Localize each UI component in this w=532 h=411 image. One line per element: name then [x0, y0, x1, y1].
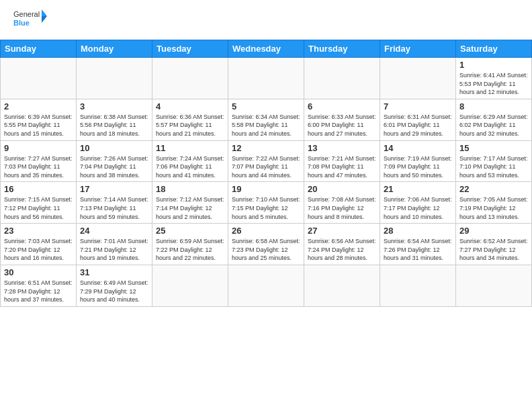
day-info: Sunrise: 6:39 AM Sunset: 5:55 PM Dayligh…	[4, 113, 73, 138]
day-cell: 16Sunrise: 7:15 AM Sunset: 7:12 PM Dayli…	[1, 182, 77, 224]
svg-text:Blue: Blue	[13, 19, 30, 27]
svg-marker-3	[42, 16, 47, 23]
day-info: Sunrise: 6:49 AM Sunset: 7:29 PM Dayligh…	[80, 279, 148, 304]
day-number: 20	[308, 184, 376, 194]
day-number: 3	[80, 101, 148, 111]
day-cell	[228, 265, 304, 306]
day-info: Sunrise: 7:10 AM Sunset: 7:15 PM Dayligh…	[232, 195, 300, 221]
day-info: Sunrise: 6:33 AM Sunset: 6:00 PM Dayligh…	[308, 113, 376, 138]
day-info: Sunrise: 7:26 AM Sunset: 7:04 PM Dayligh…	[80, 154, 148, 180]
week-row-4: 23Sunrise: 7:03 AM Sunset: 7:20 PM Dayli…	[1, 224, 532, 265]
day-number: 9	[4, 143, 73, 153]
day-info: Sunrise: 7:27 AM Sunset: 7:03 PM Dayligh…	[4, 154, 73, 180]
day-info: Sunrise: 7:19 AM Sunset: 7:09 PM Dayligh…	[384, 154, 452, 180]
day-cell: 5Sunrise: 6:34 AM Sunset: 5:58 PM Daylig…	[228, 99, 304, 140]
day-cell: 27Sunrise: 6:56 AM Sunset: 7:24 PM Dayli…	[304, 224, 380, 265]
day-number: 12	[232, 143, 300, 153]
day-number: 15	[459, 143, 528, 153]
day-cell: 12Sunrise: 7:22 AM Sunset: 7:07 PM Dayli…	[228, 140, 304, 182]
weekday-thursday: Thursday	[304, 40, 380, 58]
day-cell: 31Sunrise: 6:49 AM Sunset: 7:29 PM Dayli…	[77, 265, 152, 306]
day-cell: 10Sunrise: 7:26 AM Sunset: 7:04 PM Dayli…	[77, 140, 152, 182]
day-info: Sunrise: 7:01 AM Sunset: 7:21 PM Dayligh…	[80, 237, 148, 263]
day-number: 25	[156, 226, 224, 236]
day-cell	[304, 265, 380, 306]
day-info: Sunrise: 6:56 AM Sunset: 7:24 PM Dayligh…	[308, 237, 376, 263]
day-cell: 23Sunrise: 7:03 AM Sunset: 7:20 PM Dayli…	[1, 224, 77, 265]
day-number: 10	[80, 143, 148, 153]
day-info: Sunrise: 6:59 AM Sunset: 7:22 PM Dayligh…	[156, 237, 224, 263]
day-number: 13	[308, 143, 376, 153]
day-cell: 18Sunrise: 7:12 AM Sunset: 7:14 PM Dayli…	[152, 182, 228, 224]
logo: General Blue	[13, 7, 47, 34]
day-cell: 24Sunrise: 7:01 AM Sunset: 7:21 PM Dayli…	[77, 224, 152, 265]
day-cell: 14Sunrise: 7:19 AM Sunset: 7:09 PM Dayli…	[380, 140, 456, 182]
day-info: Sunrise: 6:41 AM Sunset: 5:53 PM Dayligh…	[459, 71, 528, 97]
week-row-1: 2Sunrise: 6:39 AM Sunset: 5:55 PM Daylig…	[1, 99, 532, 140]
day-cell: 15Sunrise: 7:17 AM Sunset: 7:10 PM Dayli…	[456, 140, 532, 182]
day-number: 8	[459, 101, 528, 111]
day-info: Sunrise: 7:08 AM Sunset: 7:16 PM Dayligh…	[308, 195, 376, 221]
day-info: Sunrise: 6:36 AM Sunset: 5:57 PM Dayligh…	[156, 113, 224, 138]
day-cell: 29Sunrise: 6:52 AM Sunset: 7:27 PM Dayli…	[456, 224, 532, 265]
day-number: 24	[80, 226, 148, 236]
day-number: 16	[4, 184, 73, 194]
calendar: SundayMondayTuesdayWednesdayThursdayFrid…	[0, 40, 532, 307]
day-cell: 20Sunrise: 7:08 AM Sunset: 7:16 PM Dayli…	[304, 182, 380, 224]
day-info: Sunrise: 6:31 AM Sunset: 6:01 PM Dayligh…	[384, 113, 452, 138]
day-cell	[304, 58, 380, 99]
day-info: Sunrise: 7:14 AM Sunset: 7:13 PM Dayligh…	[80, 195, 148, 221]
week-row-2: 9Sunrise: 7:27 AM Sunset: 7:03 PM Daylig…	[1, 140, 532, 182]
day-number: 29	[459, 226, 528, 236]
day-cell	[228, 58, 304, 99]
day-cell: 28Sunrise: 6:54 AM Sunset: 7:26 PM Dayli…	[380, 224, 456, 265]
day-info: Sunrise: 6:54 AM Sunset: 7:26 PM Dayligh…	[384, 237, 452, 263]
weekday-sunday: Sunday	[1, 40, 77, 58]
day-cell: 17Sunrise: 7:14 AM Sunset: 7:13 PM Dayli…	[77, 182, 152, 224]
day-cell: 6Sunrise: 6:33 AM Sunset: 6:00 PM Daylig…	[304, 99, 380, 140]
day-cell: 25Sunrise: 6:59 AM Sunset: 7:22 PM Dayli…	[152, 224, 228, 265]
day-cell	[1, 58, 77, 99]
day-cell: 30Sunrise: 6:51 AM Sunset: 7:28 PM Dayli…	[1, 265, 77, 306]
week-row-3: 16Sunrise: 7:15 AM Sunset: 7:12 PM Dayli…	[1, 182, 532, 224]
day-info: Sunrise: 7:21 AM Sunset: 7:08 PM Dayligh…	[308, 154, 376, 180]
week-row-0: 1Sunrise: 6:41 AM Sunset: 5:53 PM Daylig…	[1, 58, 532, 99]
day-cell: 4Sunrise: 6:36 AM Sunset: 5:57 PM Daylig…	[152, 99, 228, 140]
day-number: 2	[4, 101, 73, 111]
weekday-friday: Friday	[380, 40, 456, 58]
day-number: 22	[459, 184, 528, 194]
day-cell: 11Sunrise: 7:24 AM Sunset: 7:06 PM Dayli…	[152, 140, 228, 182]
logo-svg: General Blue	[13, 7, 47, 34]
weekday-saturday: Saturday	[456, 40, 532, 58]
day-number: 21	[384, 184, 452, 194]
day-number: 31	[80, 267, 148, 277]
day-number: 11	[156, 143, 224, 153]
day-info: Sunrise: 6:34 AM Sunset: 5:58 PM Dayligh…	[232, 113, 300, 138]
day-cell: 9Sunrise: 7:27 AM Sunset: 7:03 PM Daylig…	[1, 140, 77, 182]
day-info: Sunrise: 6:52 AM Sunset: 7:27 PM Dayligh…	[459, 237, 528, 263]
day-info: Sunrise: 7:12 AM Sunset: 7:14 PM Dayligh…	[156, 195, 224, 221]
day-cell	[77, 58, 152, 99]
day-cell: 26Sunrise: 6:58 AM Sunset: 7:23 PM Dayli…	[228, 224, 304, 265]
day-number: 19	[232, 184, 300, 194]
day-info: Sunrise: 7:15 AM Sunset: 7:12 PM Dayligh…	[4, 195, 73, 221]
day-number: 26	[232, 226, 300, 236]
day-info: Sunrise: 7:05 AM Sunset: 7:19 PM Dayligh…	[459, 195, 528, 221]
page: General Blue SundayMondayTuesdayWednesda…	[0, 0, 532, 307]
day-info: Sunrise: 6:58 AM Sunset: 7:23 PM Dayligh…	[232, 237, 300, 263]
svg-marker-2	[42, 9, 47, 16]
day-number: 30	[4, 267, 73, 277]
day-info: Sunrise: 7:03 AM Sunset: 7:20 PM Dayligh…	[4, 237, 73, 263]
day-number: 5	[232, 101, 300, 111]
day-info: Sunrise: 6:29 AM Sunset: 6:02 PM Dayligh…	[459, 113, 528, 138]
day-info: Sunrise: 6:51 AM Sunset: 7:28 PM Dayligh…	[4, 279, 73, 304]
weekday-wednesday: Wednesday	[228, 40, 304, 58]
day-cell: 22Sunrise: 7:05 AM Sunset: 7:19 PM Dayli…	[456, 182, 532, 224]
day-info: Sunrise: 6:38 AM Sunset: 5:56 PM Dayligh…	[80, 113, 148, 138]
day-cell: 1Sunrise: 6:41 AM Sunset: 5:53 PM Daylig…	[456, 58, 532, 99]
week-row-5: 30Sunrise: 6:51 AM Sunset: 7:28 PM Dayli…	[1, 265, 532, 306]
day-number: 6	[308, 101, 376, 111]
day-number: 28	[384, 226, 452, 236]
day-number: 18	[156, 184, 224, 194]
day-number: 14	[384, 143, 452, 153]
